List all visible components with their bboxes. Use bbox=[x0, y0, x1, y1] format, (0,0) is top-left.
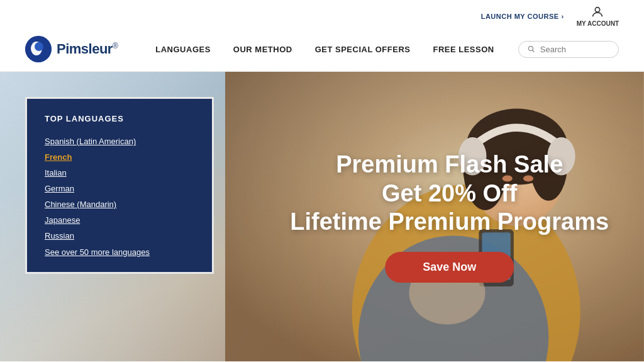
lang-item-french[interactable]: French bbox=[45, 149, 194, 165]
svg-point-0 bbox=[596, 8, 600, 12]
nav-languages[interactable]: LANGUAGES bbox=[155, 45, 211, 54]
nav-our-method[interactable]: OUR METHOD bbox=[233, 45, 292, 54]
svg-line-5 bbox=[533, 50, 535, 52]
launch-course-link[interactable]: LAUNCH MY COURSE › bbox=[481, 13, 564, 20]
headline-line2: Get 20% Off bbox=[290, 179, 609, 208]
see-more-languages-link[interactable]: See over 50 more languages bbox=[45, 247, 194, 257]
search-icon bbox=[528, 45, 535, 54]
lang-item-spanish[interactable]: Spanish (Latin American) bbox=[45, 133, 194, 149]
search-box[interactable] bbox=[518, 41, 619, 58]
logo-text: Pimsleur® bbox=[57, 41, 118, 57]
language-panel: TOP LANGUAGES Spanish (Latin American) F… bbox=[25, 97, 214, 274]
nav-special-offers[interactable]: GET SPECIAL OFFERS bbox=[315, 45, 411, 54]
lang-item-russian[interactable]: Russian bbox=[45, 228, 194, 244]
launch-course-arrow-icon: › bbox=[562, 13, 564, 20]
lang-item-italian[interactable]: Italian bbox=[45, 165, 194, 181]
svg-point-4 bbox=[528, 47, 533, 51]
header: LAUNCH MY COURSE › MY ACCOUNT bbox=[0, 0, 644, 72]
language-list: Spanish (Latin American) French Italian … bbox=[45, 133, 194, 244]
logo-area[interactable]: Pimsleur® bbox=[25, 36, 118, 62]
lang-item-german[interactable]: German bbox=[45, 181, 194, 196]
main-nav: LANGUAGES OUR METHOD GET SPECIAL OFFERS … bbox=[155, 41, 619, 58]
nav-free-lesson[interactable]: FREE LESSON bbox=[433, 45, 494, 54]
my-account-label: MY ACCOUNT bbox=[577, 20, 619, 27]
lang-item-japanese[interactable]: Japanese bbox=[45, 212, 194, 228]
my-account-button[interactable]: MY ACCOUNT bbox=[577, 5, 619, 27]
save-now-button[interactable]: Save Now bbox=[385, 252, 514, 283]
hero-content: Premium Flash Sale Get 20% Off Lifetime … bbox=[290, 150, 609, 283]
logo-icon bbox=[25, 36, 52, 62]
account-icon bbox=[591, 5, 604, 19]
hero-headline: Premium Flash Sale Get 20% Off Lifetime … bbox=[290, 150, 609, 237]
hero-section: TOP LANGUAGES Spanish (Latin American) F… bbox=[0, 72, 644, 361]
lang-panel-title: TOP LANGUAGES bbox=[45, 114, 194, 123]
svg-point-3 bbox=[35, 42, 43, 51]
search-input[interactable] bbox=[540, 45, 609, 54]
launch-course-label: LAUNCH MY COURSE bbox=[481, 13, 559, 20]
headline-line3: Lifetime Premium Programs bbox=[290, 208, 609, 237]
lang-item-chinese[interactable]: Chinese (Mandarin) bbox=[45, 196, 194, 212]
headline-line1: Premium Flash Sale bbox=[290, 150, 609, 179]
